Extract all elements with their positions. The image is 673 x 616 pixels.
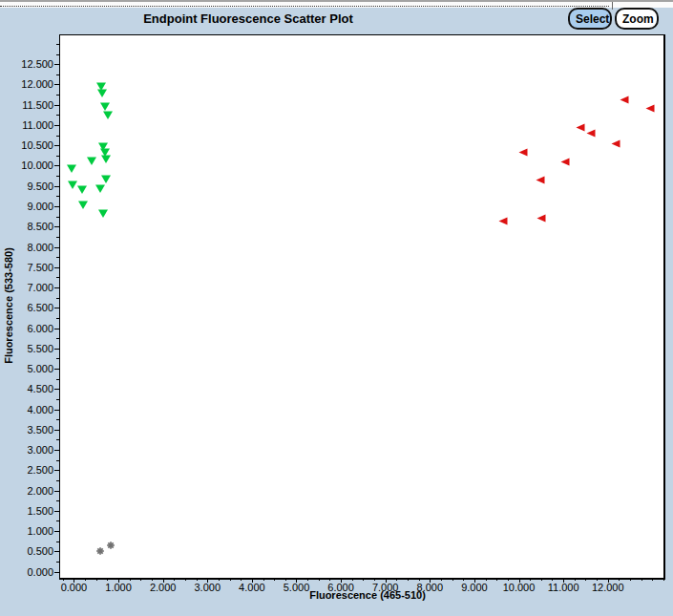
x-minor-tick [441,578,442,581]
y-tick [54,64,59,65]
data-point-green-triangle-down[interactable] [66,163,77,174]
y-tick [54,430,59,431]
y-tick [54,511,59,512]
y-tick [54,247,59,248]
y-tick [54,165,59,166]
x-minor-tick [575,578,576,581]
y-minor-tick [56,115,59,116]
x-minor-tick [552,578,553,581]
data-point-red-triangle-left[interactable] [535,175,546,185]
data-point-red-triangle-left[interactable] [575,122,586,133]
x-minor-tick [241,578,242,581]
x-minor-tick [329,578,330,581]
x-minor-tick [530,578,531,581]
y-tick-label: 10.500 [4,139,53,151]
data-point-red-triangle-left[interactable] [585,128,597,138]
y-minor-tick [56,358,59,359]
y-minor-tick [56,156,59,157]
y-minor-tick [56,520,59,521]
x-minor-tick [408,578,409,581]
y-minor-tick [56,176,59,177]
y-minor-tick [56,542,59,542]
x-minor-tick [219,578,220,581]
x-tick-label: 1.000 [105,582,132,593]
x-minor-tick [130,578,131,581]
x-minor-tick [230,578,231,581]
y-tick-label: 0.500 [4,545,53,557]
y-tick-label: 11.000 [4,119,53,131]
y-minor-tick [56,399,59,400]
y-minor-tick [56,257,59,258]
x-minor-tick [597,578,598,581]
y-tick [54,186,59,187]
plot-area[interactable] [59,34,665,580]
x-minor-tick [585,578,586,581]
x-minor-tick [63,578,64,581]
x-minor-tick [285,578,286,581]
data-point-gray-asterisk[interactable] [105,540,116,550]
x-minor-tick [85,578,86,581]
y-minor-tick [56,562,59,563]
data-point-green-triangle-down[interactable] [96,88,108,98]
y-tick [54,287,59,288]
y-tick [54,206,59,207]
x-minor-tick [152,578,153,581]
x-minor-tick [486,578,487,581]
data-point-red-triangle-left[interactable] [644,103,656,114]
y-tick [54,450,59,451]
zoom-button[interactable]: Zoom [615,8,659,30]
x-tick-label: 0.000 [61,582,88,593]
y-minor-tick [56,439,59,440]
y-tick [54,105,59,106]
x-minor-tick [274,578,275,581]
x-minor-tick [140,578,141,581]
data-point-green-triangle-down[interactable] [86,156,97,166]
x-minor-tick [541,578,542,581]
data-point-red-triangle-left[interactable] [619,95,630,105]
chart-title: Endpoint Fluorescence Scatter Plot [143,11,353,26]
data-point-green-triangle-down[interactable] [76,184,88,195]
focus-dotted-line [0,6,609,7]
y-tick-label: 1.500 [4,505,53,517]
data-point-green-triangle-down[interactable] [97,208,109,219]
data-point-green-triangle-down[interactable] [100,154,112,164]
x-minor-tick [619,578,620,581]
data-point-green-triangle-down[interactable] [102,110,114,120]
y-tick [54,572,59,573]
y-minor-tick [56,277,59,278]
y-tick-label: 0.000 [4,566,53,578]
x-minor-tick [319,578,320,581]
data-point-red-triangle-left[interactable] [517,147,529,158]
y-minor-tick [56,54,59,55]
select-button[interactable]: Select [568,8,612,30]
y-tick [54,531,59,532]
x-minor-tick [496,578,497,581]
y-minor-tick [56,237,59,238]
x-minor-tick [96,578,97,581]
data-point-green-triangle-down[interactable] [77,200,89,210]
x-minor-tick [107,578,108,581]
x-minor-tick [630,578,631,581]
y-tick [54,551,59,552]
data-point-red-triangle-left[interactable] [559,157,571,167]
y-tick [54,145,59,146]
x-minor-tick [363,578,364,581]
y-minor-tick [56,379,59,380]
x-minor-tick [174,578,175,581]
y-tick-label: 12.500 [4,58,53,70]
x-minor-tick [185,578,186,581]
y-tick [54,470,59,471]
y-tick [54,226,59,227]
y-axis-label: Fluorescence (533-580) [3,162,14,449]
y-tick [54,84,59,85]
x-minor-tick [352,578,353,581]
y-tick [54,349,59,350]
data-point-red-triangle-left[interactable] [610,138,621,149]
y-tick [54,308,59,308]
data-point-green-triangle-down[interactable] [95,183,106,194]
data-point-red-triangle-left[interactable] [497,216,509,226]
x-axis-label: Fluorescence (465-510) [224,589,511,601]
top-edge-tick [612,2,613,10]
y-tick [54,369,59,370]
data-point-red-triangle-left[interactable] [536,213,547,223]
